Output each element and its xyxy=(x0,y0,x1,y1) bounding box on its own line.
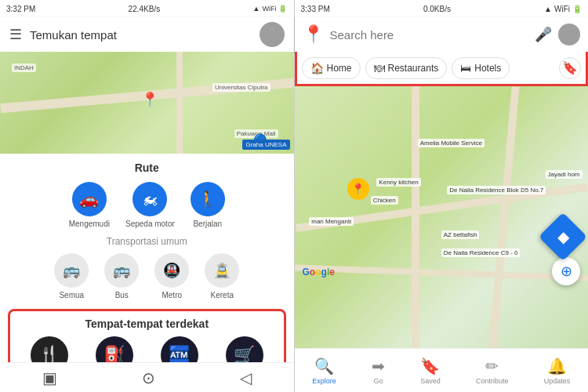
place-denaila: De Naila Residence Blok D5 No.7 xyxy=(447,186,546,194)
map-road-r3 xyxy=(488,86,519,348)
wifi-icon-r: WiFi xyxy=(554,5,570,13)
status-icons-left: ▲ WiFi 🔋 xyxy=(253,5,288,13)
navigate-icon: ◆ xyxy=(557,227,569,246)
nav-go[interactable]: ➡ Go xyxy=(372,357,385,385)
header-left: ☰ Temukan tempat xyxy=(0,17,294,52)
nav-back-icon[interactable]: ◁ xyxy=(240,368,252,387)
scroll-content-left: Rute 🚗 Mengemudi 🏍 Sepeda motor 🚶 Berjal… xyxy=(0,154,294,362)
bottom-nav-right: 🔍 Explore ➡ Go 🔖 Saved ✏ Contribute 🔔 Up… xyxy=(295,348,589,392)
time-right: 3:33 PM xyxy=(301,5,330,13)
search-text-left[interactable]: Temukan tempat xyxy=(30,28,252,42)
nav-updates[interactable]: 🔔 Updates xyxy=(544,357,571,385)
train-icon: 🚊 xyxy=(205,253,239,288)
hotels-chip-label: Hotels xyxy=(474,63,501,74)
rute-title: Rute xyxy=(0,154,294,179)
avatar-left[interactable] xyxy=(260,22,285,47)
transport-item-car[interactable]: 🚗 Mengemudi xyxy=(69,182,110,228)
map-bg-left: INDAH Universitas Ciputra Pakuwon Mall 📍… xyxy=(0,52,294,154)
bookmark-icon: 🔖 xyxy=(562,60,578,75)
microphone-icon[interactable]: 🎤 xyxy=(535,26,552,43)
contribute-label: Contribute xyxy=(476,377,509,385)
shop-icon: 🛒 xyxy=(226,336,263,362)
nearby-items: 🍴 Restoran ⛽ SPBU 🏧 ATM 🛒 Belanja xyxy=(16,336,278,362)
transit-train[interactable]: 🚊 Kereta xyxy=(205,253,239,299)
filter-chip-hotels[interactable]: 🛏 Hotels xyxy=(452,57,510,79)
train-label: Kereta xyxy=(211,291,234,299)
status-info-left: 22.4KB/s xyxy=(129,5,161,13)
avatar-right[interactable] xyxy=(558,24,580,45)
google-watermark: Google xyxy=(303,267,335,278)
bus-all-icon: 🚌 xyxy=(54,253,89,288)
battery-icon: 🔋 xyxy=(278,5,287,13)
nearby-food[interactable]: 🍴 Restoran xyxy=(31,336,68,362)
yellow-pin: 📍 xyxy=(347,178,369,200)
go-icon: ➡ xyxy=(372,357,385,376)
bus-icon: 🚌 xyxy=(104,253,139,288)
home-chip-label: Home xyxy=(327,63,352,74)
wifi-icon: WiFi xyxy=(262,5,276,13)
metro-icon: 🚇 xyxy=(154,253,189,288)
hamburger-icon[interactable]: ☰ xyxy=(9,26,22,43)
nav-explore[interactable]: 🔍 Explore xyxy=(312,357,336,385)
navigate-button[interactable]: ◆ xyxy=(539,212,587,261)
nearby-gas[interactable]: ⛽ SPBU xyxy=(96,336,133,362)
updates-icon: 🔔 xyxy=(547,357,567,376)
place-az: AZ bettafish xyxy=(441,230,480,239)
map-road-v xyxy=(176,52,183,154)
contribute-icon: ✏ xyxy=(485,357,499,376)
walk-label: Berjalan xyxy=(193,220,222,228)
place-jayadi: Jayadi hom xyxy=(546,170,583,179)
right-panel: 3:33 PM 0.0KB/s ▲ WiFi 🔋 📍 🎤 🏠 Home 🍽 Re… xyxy=(295,0,589,392)
more-filters-button[interactable]: 🔖 xyxy=(559,57,581,79)
locate-icon: ⊕ xyxy=(561,263,572,280)
nearby-atm[interactable]: 🏧 ATM xyxy=(161,336,198,362)
go-label: Go xyxy=(373,377,383,385)
map-overlay-label: Graha UNESA xyxy=(242,140,289,150)
filter-chip-restaurants[interactable]: 🍽 Restaurants xyxy=(365,57,448,79)
map-label-univ: Universitas Ciputra xyxy=(212,83,270,92)
map-pin-red: 📍 xyxy=(141,91,158,108)
nav-contribute[interactable]: ✏ Contribute xyxy=(476,357,509,385)
time-left: 3:32 PM xyxy=(6,5,35,13)
map-thumbnail-left[interactable]: INDAH Universitas Ciputra Pakuwon Mall 📍… xyxy=(0,52,294,154)
search-input-right[interactable] xyxy=(330,28,529,42)
filter-bar: 🏠 Home 🍽 Restaurants 🛏 Hotels 🔖 xyxy=(295,52,589,86)
signal-icon-r: ▲ xyxy=(544,5,552,13)
filter-chip-home[interactable]: 🏠 Home xyxy=(302,57,361,79)
status-bar-right: 3:33 PM 0.0KB/s ▲ WiFi 🔋 xyxy=(295,0,589,17)
locate-button[interactable]: ⊕ xyxy=(552,257,580,285)
saved-label: Saved xyxy=(420,377,441,385)
status-bar-left: 3:32 PM 22.4KB/s ▲ WiFi 🔋 xyxy=(0,0,294,17)
map-road-r4 xyxy=(295,264,589,281)
nav-saved[interactable]: 🔖 Saved xyxy=(420,357,441,385)
nearby-shop[interactable]: 🛒 Belanja xyxy=(226,336,263,362)
nav-square-icon[interactable]: ▣ xyxy=(42,368,57,387)
metro-label: Metro xyxy=(162,291,182,299)
motor-icon: 🏍 xyxy=(132,182,167,216)
transport-item-walk[interactable]: 🚶 Berjalan xyxy=(191,182,225,228)
map-bg-right: Amelia Mobile Service Kenny kitchen Chic… xyxy=(295,86,589,348)
transportasi-title: Transportasi umum xyxy=(0,231,294,250)
status-icons-right: ▲ WiFi 🔋 xyxy=(544,5,582,13)
car-icon: 🚗 xyxy=(72,182,107,216)
transit-all[interactable]: 🚌 Semua xyxy=(54,253,89,299)
nearby-section: Tempat-tempat terdekat 🍴 Restoran ⛽ SPBU… xyxy=(8,309,286,362)
transport-item-motor[interactable]: 🏍 Sepeda motor xyxy=(125,182,175,228)
map-area-right[interactable]: Amelia Mobile Service Kenny kitchen Chic… xyxy=(295,86,589,348)
restaurants-chip-icon: 🍽 xyxy=(374,62,385,74)
hotels-chip-icon: 🛏 xyxy=(460,62,471,74)
updates-label: Updates xyxy=(544,377,571,385)
restaurants-chip-label: Restaurants xyxy=(388,63,439,74)
nav-circle-icon[interactable]: ⊙ xyxy=(142,368,155,387)
place-amelia: Amelia Mobile Service xyxy=(418,139,485,147)
transit-metro[interactable]: 🚇 Metro xyxy=(154,253,189,299)
transit-bus[interactable]: 🚌 Bus xyxy=(104,253,139,299)
bus-label: Bus xyxy=(115,291,129,299)
header-right: 📍 🎤 xyxy=(295,17,589,52)
status-info-right: 0.0KB/s xyxy=(423,5,451,13)
transit-row: 🚌 Semua 🚌 Bus 🚇 Metro 🚊 Kereta xyxy=(0,250,294,303)
walk-icon: 🚶 xyxy=(191,182,225,216)
explore-icon: 🔍 xyxy=(314,357,334,376)
nearby-title: Tempat-tempat terdekat xyxy=(16,318,278,330)
gas-icon: ⛽ xyxy=(96,336,133,362)
